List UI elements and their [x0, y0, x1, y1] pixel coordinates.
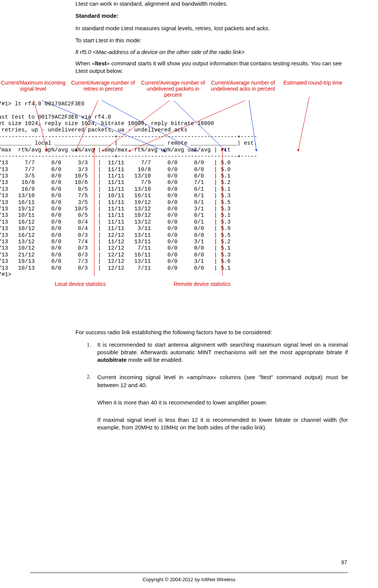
footer-copyright: Copyright © 2004-2012 by InfiNet Wireles… [0, 577, 378, 582]
label-undelivered-packets: Current/Average number of undelivered pa… [138, 80, 208, 98]
label-undelivered-acks: Current/Average number of undelivered ac… [208, 80, 278, 98]
list-item: 1. It is recommended to start antenna al… [87, 341, 348, 364]
label-rtt: Estimated round-trip time [278, 80, 348, 98]
sub-paragraph: If maximal signal level is less than 12 … [97, 416, 348, 432]
heading-standard-mode: Standard mode: [75, 12, 348, 20]
label-remote-stats: Remote device statistics [174, 281, 230, 287]
intro-p1: Ltest can work in standard, alignment an… [75, 0, 348, 8]
bottom-annotation-labels: Local device statistics Remote device st… [0, 281, 348, 287]
annotated-console: Current/Maximum incoming signal level Cu… [0, 80, 348, 287]
sub-paragraph: When it is more than 40 it is recommende… [97, 399, 348, 406]
intro-p4: When «ltest» command starts it will show… [75, 60, 348, 75]
body2-intro: For success radio link establishing the … [75, 329, 348, 336]
console-output: Node7#1> lt rf4.0 00179AC2F3E6 Unicast t… [0, 101, 348, 278]
list-item: 2. Current incoming signal level in «amp… [87, 373, 348, 389]
page-number: 97 [341, 559, 347, 565]
footer-rule [30, 573, 348, 573]
intro-p2: In standard mode Ltest measures signal l… [75, 25, 348, 32]
label-retries: Current/Average number of retries in per… [68, 80, 138, 98]
top-annotation-labels: Current/Maximum incoming signal level Cu… [0, 80, 348, 98]
intro-p3: To start Ltest in this mode: [75, 37, 348, 44]
label-amp-max: Current/Maximum incoming signal level [0, 80, 68, 98]
label-local-stats: Local device statistics [55, 281, 106, 287]
command-line: lt rf5.0 <Mac-address of a device on the… [75, 49, 348, 55]
